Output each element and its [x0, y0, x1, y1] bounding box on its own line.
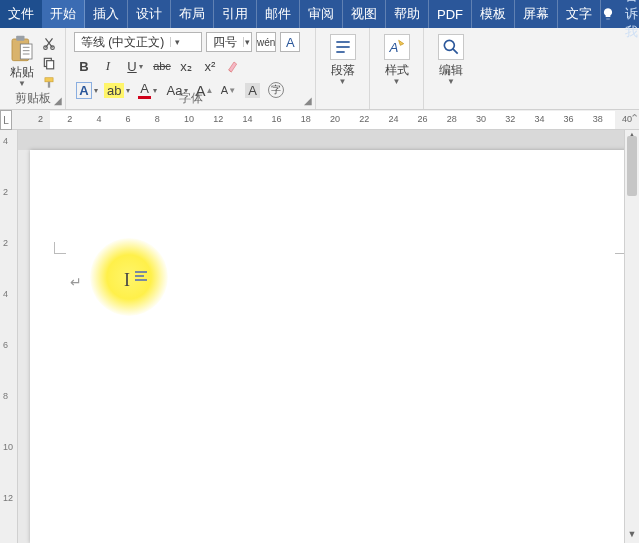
tab-insert[interactable]: 插入 — [85, 0, 128, 28]
tab-references[interactable]: 引用 — [214, 0, 257, 28]
ruler-tick: 28 — [447, 114, 457, 124]
font-name-value: 等线 (中文正文) — [75, 34, 170, 51]
group-styles: A 样式 ▼ — [370, 28, 424, 109]
chevron-down-icon[interactable]: ▾ — [243, 37, 251, 47]
group-font: 等线 (中文正文) ▾ 四号 ▾ wén A B I U▾ abc x₂ x² — [66, 28, 316, 109]
font-dialog-launcher[interactable]: ◢ — [304, 95, 312, 106]
vertical-scrollbar[interactable]: ▲ ▼ — [624, 130, 639, 543]
ruler-tick: 14 — [242, 114, 252, 124]
svg-text:A: A — [388, 40, 398, 55]
ruler-tick: 38 — [593, 114, 603, 124]
bold-button[interactable]: B — [74, 56, 94, 76]
ruler-tick: 18 — [301, 114, 311, 124]
copy-button[interactable] — [40, 54, 58, 72]
char-border-button[interactable]: A — [280, 32, 300, 52]
chevron-down-icon: ▼ — [18, 79, 26, 88]
tell-me[interactable]: 告诉我 — [615, 0, 639, 28]
svg-line-18 — [453, 49, 458, 54]
phonetic-guide-button[interactable]: wén — [256, 32, 276, 52]
tab-mailings[interactable]: 邮件 — [257, 0, 300, 28]
svg-rect-3 — [20, 44, 32, 59]
ruler-tick: 24 — [388, 114, 398, 124]
font-size-value: 四号 — [207, 34, 243, 51]
vruler-tick: 2 — [3, 187, 8, 197]
chevron-down-icon: ▼ — [393, 77, 401, 86]
svg-rect-2 — [16, 36, 24, 41]
document-page[interactable]: ↵ I — [30, 150, 631, 543]
scroll-down-button[interactable]: ▼ — [625, 529, 639, 543]
vruler-tick: 2 — [3, 238, 8, 248]
chevron-down-icon: ▾ — [139, 62, 143, 71]
italic-button[interactable]: I — [98, 56, 118, 76]
clipboard-dialog-launcher[interactable]: ◢ — [54, 95, 62, 106]
margin-corner-left — [54, 242, 66, 254]
svg-point-7 — [44, 46, 48, 50]
cut-button[interactable] — [40, 34, 58, 52]
tab-design[interactable]: 设计 — [128, 0, 171, 28]
vruler-tick: 4 — [3, 136, 8, 146]
vertical-ruler[interactable]: 4224681012 — [0, 130, 18, 543]
ruler-tick: 36 — [564, 114, 574, 124]
underline-button[interactable]: U▾ — [122, 56, 148, 76]
tab-review[interactable]: 审阅 — [300, 0, 343, 28]
tab-help[interactable]: 帮助 — [386, 0, 429, 28]
ruler-end-icon: ⌃ — [630, 112, 639, 125]
tab-home[interactable]: 开始 — [42, 0, 85, 28]
vruler-tick: 4 — [3, 289, 8, 299]
ruler-tick: 22 — [359, 114, 369, 124]
ibeam-cursor-icon: I — [124, 270, 130, 291]
tab-layout[interactable]: 布局 — [171, 0, 214, 28]
vruler-tick: 10 — [3, 442, 13, 452]
font-name-combo[interactable]: 等线 (中文正文) ▾ — [74, 32, 202, 52]
styles-icon: A — [384, 34, 410, 60]
group-clipboard: 粘贴 ▼ 剪贴板 ◢ — [0, 28, 66, 109]
font-size-combo[interactable]: 四号 ▾ — [206, 32, 252, 52]
tab-pdf[interactable]: PDF — [429, 0, 472, 28]
chevron-down-icon: ▼ — [447, 77, 455, 86]
ruler-tick: 16 — [272, 114, 282, 124]
horizontal-ruler[interactable]: L 2246810121416182022242628303234363840 … — [0, 110, 639, 130]
ruler-tick: 2 — [67, 114, 72, 124]
ruler-tick: 30 — [476, 114, 486, 124]
chevron-down-icon: ▼ — [339, 77, 347, 86]
align-left-floaticon — [135, 270, 149, 282]
vruler-tick: 12 — [3, 493, 13, 503]
highlight-spotlight — [90, 238, 168, 316]
svg-point-8 — [51, 46, 55, 50]
find-icon — [438, 34, 464, 60]
ruler-tick: 6 — [126, 114, 131, 124]
tab-screen[interactable]: 屏幕 — [515, 0, 558, 28]
styles-button[interactable]: A 样式 ▼ — [384, 34, 410, 86]
document-viewport[interactable]: ↵ I — [18, 130, 639, 543]
ruler-tick: 2 — [38, 114, 43, 124]
tab-selector[interactable]: L — [0, 110, 12, 130]
tab-view[interactable]: 视图 — [343, 0, 386, 28]
subscript-button[interactable]: x₂ — [176, 56, 196, 76]
ruler-tick: 20 — [330, 114, 340, 124]
ruler-tick: 10 — [184, 114, 194, 124]
strike-button[interactable]: abc — [152, 56, 172, 76]
tab-file[interactable]: 文件 — [0, 0, 42, 28]
vruler-tick: 8 — [3, 391, 8, 401]
superscript-button[interactable]: x² — [200, 56, 220, 76]
ruler-ticks: 2246810121416182022242628303234363840 — [18, 110, 639, 129]
tab-text[interactable]: 文字 — [558, 0, 601, 28]
page-gap — [18, 130, 639, 150]
menu-bar: 文件 开始 插入 设计 布局 引用 邮件 审阅 视图 帮助 PDF 模板 屏幕 … — [0, 0, 639, 28]
ruler-tick: 12 — [213, 114, 223, 124]
paragraph-button[interactable]: 段落 ▼ — [330, 34, 356, 86]
scroll-thumb[interactable] — [627, 136, 637, 196]
editing-button[interactable]: 编辑 ▼ — [438, 34, 464, 86]
ribbon: 粘贴 ▼ 剪贴板 ◢ 等线 (中文正文) ▾ 四号 ▾ — [0, 28, 639, 110]
lightbulb-icon[interactable] — [601, 0, 615, 28]
ruler-tick: 26 — [418, 114, 428, 124]
svg-rect-10 — [47, 61, 54, 69]
paragraph-mark-icon: ↵ — [70, 274, 82, 290]
tab-templates[interactable]: 模板 — [472, 0, 515, 28]
clear-format-button[interactable] — [224, 56, 244, 76]
chevron-down-icon[interactable]: ▾ — [170, 37, 184, 47]
work-area: 4224681012 ↵ I ▲ ▼ — [0, 130, 639, 543]
group-paragraph: 段落 ▼ — [316, 28, 370, 109]
group-editing: 编辑 ▼ — [424, 28, 478, 109]
group-label-font: 字体 — [66, 90, 315, 107]
